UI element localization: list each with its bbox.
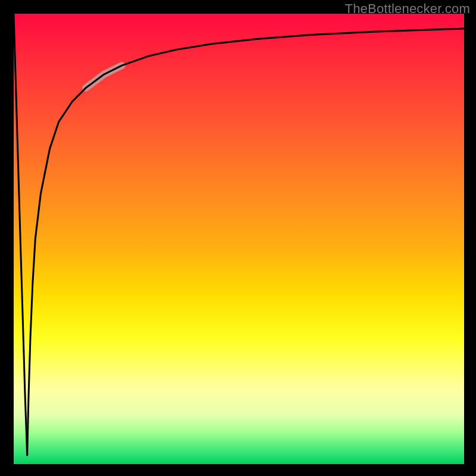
chart-svg: [14, 14, 464, 464]
source-label: TheBottlenecker.com: [345, 1, 470, 17]
chart-container: TheBottlenecker.com: [0, 0, 476, 476]
left-drop-line: [14, 14, 27, 455]
main-curve: [27, 29, 464, 455]
